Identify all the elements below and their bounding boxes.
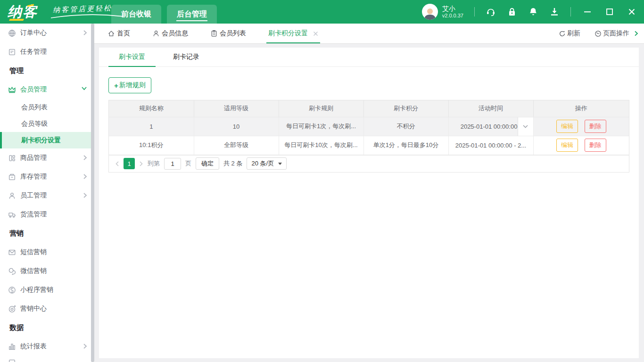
cell-operations: 编辑 删除 bbox=[533, 117, 629, 136]
page-tabbar: 首页 会员信息 会员列表 刷卡积分设置 刷新 页面操作 bbox=[94, 24, 644, 44]
table-header-row: 规则名称 适用等级 刷卡规则 刷卡积分 活动时间 操作 bbox=[109, 100, 629, 117]
notification-bell-icon[interactable] bbox=[528, 7, 538, 17]
page-size-select[interactable]: 20 条/页 bbox=[247, 157, 287, 170]
col-applicable-level: 适用等级 bbox=[194, 100, 279, 117]
globe-icon bbox=[8, 29, 16, 37]
tab-home[interactable]: 首页 bbox=[107, 24, 130, 43]
sidebar-item-order-center[interactable]: 订单中心 bbox=[0, 24, 94, 42]
cell-card-rule: 每日可刷卡10次，每次刷... bbox=[279, 136, 363, 155]
goto-page-input[interactable] bbox=[164, 158, 181, 170]
plus-icon: + bbox=[114, 82, 118, 90]
lock-icon[interactable] bbox=[507, 7, 517, 17]
col-rule-name: 规则名称 bbox=[109, 100, 194, 117]
customer-service-icon[interactable] bbox=[486, 7, 496, 17]
tab-close-icon[interactable] bbox=[313, 31, 318, 36]
tab-card-points-setting[interactable]: 刷卡积分设置 bbox=[268, 24, 318, 43]
cell-card-points: 单次1分，每日最多10分 bbox=[363, 136, 448, 155]
col-card-rule: 刷卡规则 bbox=[279, 100, 363, 117]
nav-tab-front-cashier[interactable]: 前台收银 bbox=[111, 5, 161, 24]
header-nav: 前台收银 后台管理 bbox=[111, 5, 217, 24]
table-row: 10:1积分 全部等级 每日可刷卡10次，每次刷... 单次1分，每日最多10分… bbox=[109, 136, 629, 155]
delete-button[interactable]: 删除 bbox=[585, 120, 606, 133]
sidebar-scrollbar-thumb[interactable] bbox=[91, 24, 94, 362]
window-close-button[interactable] bbox=[626, 6, 637, 17]
app-version: v2.0.0.37 bbox=[442, 13, 463, 19]
page-number-button[interactable]: 1 bbox=[124, 158, 135, 169]
cell-rule-name: 10:1积分 bbox=[109, 136, 194, 155]
rules-table: 规则名称 适用等级 刷卡规则 刷卡积分 活动时间 操作 1 10 每日可刷卡1次… bbox=[109, 100, 629, 155]
sidebar-item-sms-marketing[interactable]: 短信营销 bbox=[0, 243, 94, 262]
col-activity-time: 活动时间 bbox=[448, 100, 533, 117]
goto-prefix-label: 到第 bbox=[148, 159, 160, 168]
chevron-right-icon[interactable] bbox=[634, 30, 638, 37]
content-panel: 刷卡设置 刷卡记录 + 新增规则 规则名称 适用等级 刷卡规则 刷卡积分 活动时… bbox=[99, 48, 639, 358]
sidebar-subitem-card-points-setting[interactable]: 刷卡积分设置 bbox=[0, 132, 94, 148]
sidebar-subitem-member-level[interactable]: 会员等级 bbox=[0, 115, 94, 132]
sidebar-item-logistics-management[interactable]: 货流管理 bbox=[0, 205, 94, 224]
gauge-icon bbox=[594, 30, 602, 37]
page-actions-button[interactable]: 页面操作 bbox=[594, 29, 629, 38]
edit-button[interactable]: 编辑 bbox=[556, 139, 578, 152]
row-expand-toggle[interactable] bbox=[518, 117, 533, 136]
sidebar-item-miniprogram-marketing[interactable]: 小程序营销 bbox=[0, 280, 94, 299]
person-icon bbox=[152, 30, 160, 37]
avatar bbox=[422, 4, 438, 20]
person-icon bbox=[8, 192, 16, 200]
rules-table-box: 规则名称 适用等级 刷卡规则 刷卡积分 活动时间 操作 1 10 每日可刷卡1次… bbox=[108, 100, 629, 173]
delete-button[interactable]: 删除 bbox=[585, 139, 606, 152]
tabbar-right-actions: 刷新 页面操作 bbox=[559, 24, 644, 43]
window-maximize-button[interactable] bbox=[604, 6, 615, 17]
download-icon[interactable] bbox=[549, 7, 560, 17]
total-count-label: 共 2 条 bbox=[223, 159, 242, 168]
col-card-points: 刷卡积分 bbox=[363, 100, 448, 117]
col-operations: 操作 bbox=[533, 100, 629, 117]
sidebar-item-task-management[interactable]: 任务管理 bbox=[0, 42, 94, 61]
edit-button[interactable]: 编辑 bbox=[556, 120, 578, 133]
sidebar-scrollbar[interactable] bbox=[91, 24, 94, 362]
tab-card-records[interactable]: 刷卡记录 bbox=[163, 48, 210, 66]
sidebar-item-wechat-marketing[interactable]: 微信营销 bbox=[0, 262, 94, 280]
sidebar-item-staff-management[interactable]: 员工管理 bbox=[0, 186, 94, 205]
add-rule-button[interactable]: + 新增规则 bbox=[108, 77, 151, 93]
sidebar-item-statistics-reports[interactable]: 统计报表 bbox=[0, 337, 94, 356]
inventory-box-icon bbox=[8, 173, 16, 181]
table-row: 1 10 每日可刷卡1次，每次刷... 不积分 2025-01-01 00:00… bbox=[109, 117, 629, 136]
pagination: 1 到第 页 确定 共 2 条 20 条/页 bbox=[109, 155, 629, 172]
cell-card-points: 不积分 bbox=[363, 117, 448, 136]
nav-tab-back-admin[interactable]: 后台管理 bbox=[167, 5, 217, 24]
app-header: 纳客 纳客管店更轻松 前台收银 后台管理 艾小 v2.0.0.37 bbox=[0, 0, 644, 24]
next-page-icon[interactable] bbox=[139, 161, 143, 167]
goto-suffix-label: 页 bbox=[185, 159, 191, 168]
window-minimize-button[interactable] bbox=[582, 6, 593, 17]
cell-activity-time: 2025-01-01 00:00:00 - 2... bbox=[448, 136, 533, 155]
prev-page-icon[interactable] bbox=[115, 161, 119, 167]
sidebar-item-inventory-management[interactable]: 库存管理 bbox=[0, 167, 94, 186]
header-divider bbox=[474, 7, 475, 16]
target-icon bbox=[8, 305, 16, 313]
tab-member-info[interactable]: 会员信息 bbox=[152, 24, 188, 43]
sidebar-item-partial[interactable] bbox=[0, 356, 94, 362]
bar-chart-icon bbox=[8, 343, 16, 351]
sidebar-item-goods-management[interactable]: 商品管理 bbox=[0, 148, 94, 167]
chevron-right-icon bbox=[83, 173, 87, 180]
envelope-icon bbox=[8, 248, 16, 256]
sidebar-section-marketing: 营销 bbox=[0, 224, 94, 243]
clipboard-icon bbox=[210, 30, 218, 37]
cell-card-rule: 每日可刷卡1次，每次刷... bbox=[279, 117, 363, 136]
confirm-button[interactable]: 确定 bbox=[196, 157, 219, 170]
sidebar: 订单中心 任务管理 管理 会员管理 会员列表 会员等级 刷卡积分设置 商品管理 … bbox=[0, 24, 94, 362]
sidebar-item-marketing-center[interactable]: 营销中心 bbox=[0, 299, 94, 318]
task-document-icon bbox=[8, 48, 16, 56]
user-account[interactable]: 艾小 v2.0.0.37 bbox=[422, 4, 463, 20]
miniprogram-icon bbox=[8, 286, 16, 294]
tab-card-settings[interactable]: 刷卡设置 bbox=[108, 48, 156, 66]
sidebar-item-member-management[interactable]: 会员管理 bbox=[0, 80, 94, 99]
tab-member-list[interactable]: 会员列表 bbox=[210, 24, 246, 43]
sidebar-subitem-member-list[interactable]: 会员列表 bbox=[0, 99, 94, 115]
cell-rule-name: 1 bbox=[109, 117, 194, 136]
cell-applicable-level: 全部等级 bbox=[194, 136, 279, 155]
truck-icon bbox=[8, 211, 16, 219]
refresh-button[interactable]: 刷新 bbox=[559, 29, 580, 38]
app-slogan: 纳客管店更轻松 bbox=[53, 4, 113, 15]
sidebar-section-data: 数据 bbox=[0, 318, 94, 337]
